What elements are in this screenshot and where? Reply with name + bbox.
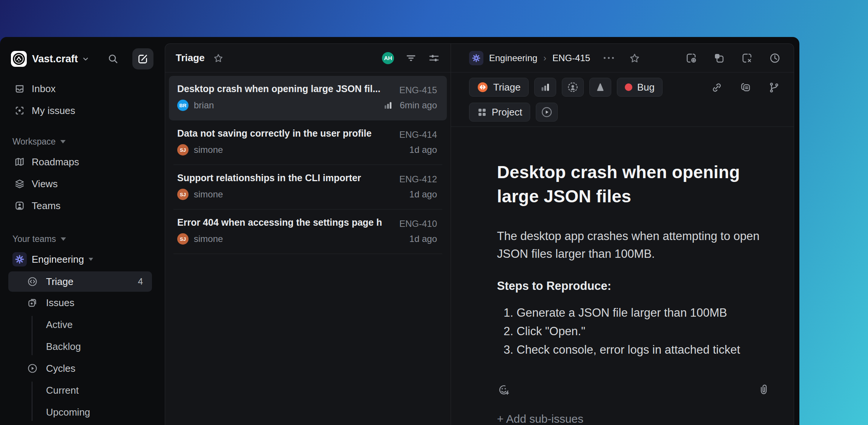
- sidebar-item-label: Inbox: [32, 83, 56, 95]
- sidebar-item-cycles[interactable]: Cycles: [0, 357, 165, 379]
- gear-icon: [472, 54, 481, 63]
- bar-chart-icon: [383, 100, 393, 110]
- sidebar-item-roadmaps[interactable]: Roadmaps: [0, 151, 165, 173]
- add-sub-issues-button[interactable]: + Add sub-issues: [497, 413, 770, 425]
- sidebar-item-label: Backlog: [46, 341, 81, 353]
- your-teams-section-header[interactable]: Your teams: [0, 229, 165, 248]
- layers-icon: [14, 179, 25, 189]
- sidebar-item-triage[interactable]: Triage 4: [8, 271, 152, 292]
- priority-button[interactable]: [534, 78, 556, 97]
- git-branch-icon[interactable]: [768, 82, 780, 94]
- steps-list: Generate a JSON file larger than 100MB C…: [497, 303, 770, 359]
- cycle-button[interactable]: [536, 103, 558, 122]
- logo-icon: [12, 52, 25, 65]
- main-card: Triage AH Desktop crash when opening l: [165, 43, 794, 425]
- search-icon: [107, 53, 119, 65]
- filter-icon[interactable]: [405, 52, 417, 64]
- label-button[interactable]: Bug: [617, 78, 663, 97]
- issues-icon: [27, 297, 38, 308]
- issue-detail-title: Desktop crash when opening large JSON fi…: [497, 160, 770, 208]
- issue-actions: Triage Bug: [451, 72, 794, 127]
- avatar: SJ: [177, 189, 189, 200]
- sidebar-item-teams[interactable]: Teams: [0, 195, 165, 217]
- issue-row[interactable]: Data not saving correctly in the user pr…: [169, 120, 447, 165]
- unassigned-user-icon: [567, 82, 578, 93]
- issue-description: The desktop app crashes when attempting …: [497, 227, 761, 263]
- workspace-logo[interactable]: [11, 51, 27, 67]
- label-text: Bug: [637, 82, 655, 93]
- issue-title: Data not saving correctly in the user pr…: [177, 128, 394, 139]
- issue-id: ENG-415: [399, 85, 437, 95]
- detail-header: Engineering › ENG-415: [451, 44, 794, 72]
- assignee-button[interactable]: [562, 78, 584, 97]
- triangle-down-icon: [60, 140, 66, 143]
- triage-count-badge: 4: [138, 276, 143, 287]
- issue-time: 6min ago: [400, 100, 437, 111]
- sidebar-item-label: Upcoming: [46, 407, 90, 418]
- focus-target-icon: [14, 105, 25, 116]
- issue-title: Error 404 when accessing the settings pa…: [177, 217, 394, 228]
- sidebar-item-label: Active: [46, 319, 73, 331]
- sidebar-item-issues[interactable]: Issues: [0, 292, 165, 314]
- sidebar-item-active[interactable]: Active: [0, 314, 165, 336]
- reaction-attachment-row: [497, 383, 770, 397]
- workspace-section-header[interactable]: Workspace: [0, 132, 165, 151]
- avatar[interactable]: AH: [382, 52, 394, 64]
- team-name: Engineering: [32, 254, 84, 265]
- add-reaction-icon[interactable]: [497, 383, 511, 397]
- favorite-star-icon[interactable]: [213, 53, 224, 63]
- step-item: Click "Open.": [517, 322, 770, 340]
- breadcrumb-team[interactable]: Engineering: [489, 53, 537, 63]
- bar-chart-icon: [540, 82, 551, 92]
- sidebar: Vast.craft Inbox: [0, 37, 165, 425]
- sidebar-team-engineering[interactable]: Engineering: [0, 248, 165, 270]
- duplicate-icon[interactable]: [739, 82, 751, 94]
- issue-time: 1d ago: [409, 234, 437, 244]
- project-label: Project: [492, 106, 522, 118]
- project-button[interactable]: Project: [469, 103, 530, 122]
- triangle-down-icon: [61, 237, 66, 241]
- link-icon[interactable]: [711, 82, 723, 94]
- attachment-paperclip-icon[interactable]: [757, 383, 770, 396]
- issue-row[interactable]: Error 404 when accessing the settings pa…: [169, 209, 447, 254]
- display-options-icon[interactable]: [428, 52, 440, 64]
- compose-icon: [137, 53, 149, 65]
- issue-row[interactable]: Support relationships in the CLI importe…: [169, 165, 447, 209]
- team-icon-chip: [12, 252, 27, 266]
- triangle-icon: [595, 82, 605, 92]
- history-clock-icon[interactable]: [769, 52, 781, 64]
- sidebar-item-my-issues[interactable]: My issues: [0, 100, 165, 122]
- assignee-name: brian: [194, 100, 214, 111]
- issue-id: ENG-412: [399, 174, 437, 185]
- breadcrumb-issue-id[interactable]: ENG-415: [552, 53, 590, 63]
- add-to-view-icon[interactable]: [685, 52, 697, 64]
- grid-icon: [477, 107, 487, 117]
- sidebar-item-views[interactable]: Views: [0, 173, 165, 195]
- sidebar-item-upcoming[interactable]: Upcoming: [0, 401, 165, 423]
- sidebar-item-label: My issues: [32, 105, 75, 117]
- workspace-header: Vast.craft: [11, 48, 153, 69]
- breadcrumb-separator: ›: [543, 53, 546, 63]
- favorite-star-icon[interactable]: [629, 52, 640, 64]
- estimate-button[interactable]: [589, 78, 611, 97]
- copy-icon[interactable]: [713, 52, 725, 64]
- issue-detail-panel: Engineering › ENG-415: [451, 44, 794, 425]
- remove-from-view-icon[interactable]: [741, 52, 753, 64]
- status-button[interactable]: Triage: [469, 78, 529, 97]
- sidebar-item-current[interactable]: Current: [0, 379, 165, 401]
- sidebar-item-label: Roadmaps: [32, 156, 79, 168]
- search-button[interactable]: [107, 53, 119, 65]
- issue-row[interactable]: Desktop crash when opening large JSON fi…: [169, 76, 447, 120]
- workspace-name[interactable]: Vast.craft: [32, 53, 78, 65]
- assignee-name: simone: [194, 234, 223, 244]
- status-label: Triage: [493, 82, 521, 93]
- sidebar-item-label: Current: [46, 385, 79, 396]
- step-item: Check console, error logs in attached ti…: [517, 340, 770, 359]
- sidebar-item-label: Views: [32, 178, 58, 190]
- sidebar-item-inbox[interactable]: Inbox: [0, 78, 165, 100]
- map-icon: [14, 157, 25, 167]
- sidebar-item-backlog[interactable]: Backlog: [0, 336, 165, 357]
- new-issue-button[interactable]: [132, 48, 153, 69]
- more-options-icon[interactable]: [604, 57, 614, 59]
- chevron-down-icon[interactable]: [82, 55, 89, 63]
